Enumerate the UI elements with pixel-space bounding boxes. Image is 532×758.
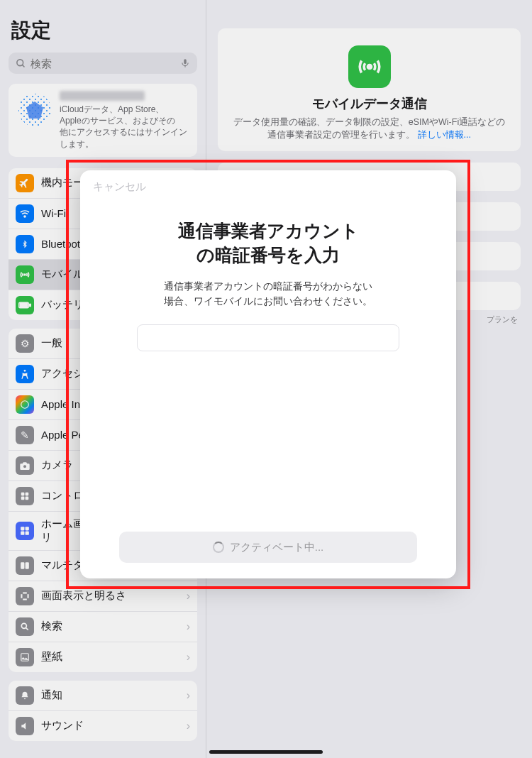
svg-line-27 [26, 628, 28, 630]
cancel-button[interactable]: キャンセル [93, 180, 146, 192]
svg-rect-19 [26, 531, 29, 534]
svg-rect-2 [184, 59, 187, 64]
carrier-pin-modal: キャンセル 通信事業者アカウント の暗証番号を入力 通信事業者アカウントの暗証番… [80, 170, 456, 578]
sidebar-item-wallpaper[interactable]: 壁紙 › [9, 642, 197, 672]
sidebar-item-label: 画面表示と明るさ [41, 589, 126, 603]
apple-id-card[interactable]: iCloudデータ、App Store、 Appleのサービス、およびその 他に… [9, 84, 197, 157]
camera-icon [16, 456, 34, 475]
svg-line-1 [22, 65, 24, 67]
svg-rect-18 [21, 531, 24, 534]
bell-icon [16, 686, 34, 705]
sidebar-item-label: Wi-Fi [41, 207, 66, 219]
cellular-hero-card: モバイルデータ通信 データ使用量の確認、データ制限の設定、eSIMやWi-Fi通… [218, 28, 521, 151]
apple-id-text: iCloudデータ、App Store、 Appleのサービス、およびその 他に… [60, 91, 187, 150]
svg-point-26 [21, 623, 26, 628]
sidebar-item-search[interactable]: 検索 › [9, 612, 197, 642]
sidebar-item-label: Bluetooth [41, 238, 86, 250]
apple-id-name-blurred [60, 91, 145, 101]
airplane-icon [16, 174, 34, 192]
svg-point-4 [24, 216, 26, 217]
antenna-icon [16, 265, 34, 284]
sound-icon [16, 717, 34, 735]
sidebar-item-sound[interactable]: サウンド › [9, 711, 197, 741]
svg-rect-17 [26, 527, 29, 530]
svg-rect-15 [26, 496, 29, 500]
control-center-icon [16, 487, 34, 505]
svg-rect-7 [29, 304, 31, 306]
spinner-icon [213, 542, 224, 553]
svg-rect-21 [26, 562, 29, 568]
sidebar-item-label: 検索 [41, 620, 62, 633]
sidebar-item-label: 一般 [41, 336, 62, 350]
more-info-link[interactable]: 詳しい情報... [418, 130, 471, 140]
chevron-right-icon: › [187, 651, 190, 664]
mic-icon[interactable] [180, 57, 190, 70]
svg-rect-13 [26, 493, 29, 496]
svg-rect-20 [21, 562, 24, 568]
svg-point-5 [24, 274, 26, 275]
svg-rect-8 [20, 304, 28, 307]
accessibility-icon [16, 365, 34, 383]
multitask-icon [16, 556, 34, 575]
battery-icon [16, 296, 34, 314]
search-input-wrap[interactable] [9, 53, 197, 74]
svg-rect-14 [21, 496, 25, 500]
chevron-right-icon: › [187, 720, 190, 732]
home-grid-icon [16, 522, 34, 540]
ai-icon [16, 395, 34, 414]
modal-subtitle: 通信事業者アカウントの暗証番号がわからない 場合、ワイモバイルにお問い合わせくだ… [93, 279, 443, 309]
svg-point-9 [24, 370, 26, 372]
svg-point-10 [21, 401, 29, 409]
menu-group-notifications: 通知 › サウンド › [9, 681, 197, 741]
svg-rect-16 [21, 527, 24, 530]
gear-icon: ⚙ [16, 334, 34, 353]
search-icon [16, 58, 26, 69]
svg-rect-22 [23, 592, 27, 593]
activate-button-label: アクティベート中... [230, 541, 324, 554]
svg-rect-25 [23, 598, 27, 600]
svg-rect-12 [21, 493, 25, 496]
svg-point-11 [23, 465, 26, 468]
svg-rect-23 [21, 594, 22, 598]
page-title: 設定 [6, 6, 200, 50]
svg-rect-24 [28, 594, 29, 598]
wallpaper-icon [16, 648, 34, 666]
svg-point-29 [367, 65, 371, 68]
sidebar-item-display[interactable]: 画面表示と明るさ › [9, 581, 197, 612]
wifi-icon [16, 204, 34, 223]
bluetooth-icon [16, 235, 34, 253]
pencil-icon: ✎ [16, 426, 34, 444]
apple-id-avatar-icon [16, 91, 54, 129]
chevron-right-icon: › [187, 689, 190, 702]
display-icon [16, 587, 34, 605]
detail-title: モバイルデータ通信 [229, 95, 509, 112]
detail-subtitle: データ使用量の確認、データ制限の設定、eSIMやWi-Fi通話などの通信事業者設… [229, 116, 509, 141]
chevron-right-icon: › [187, 590, 190, 603]
search-input[interactable] [31, 57, 180, 70]
sidebar-item-label: サウンド [41, 719, 84, 732]
home-indicator[interactable] [209, 750, 323, 754]
cellular-hero-icon [348, 45, 391, 88]
modal-title: 通信事業者アカウント の暗証番号を入力 [93, 219, 443, 268]
sidebar-item-label: 通知 [41, 688, 62, 702]
chevron-right-icon: › [187, 620, 190, 633]
carrier-pin-input[interactable] [137, 324, 399, 351]
svg-point-0 [17, 59, 23, 65]
sidebar-item-label: 壁紙 [41, 650, 62, 664]
sidebar-item-label: カメラ [41, 458, 73, 472]
activate-button[interactable]: アクティベート中... [119, 532, 417, 563]
sidebar-item-notifications[interactable]: 通知 › [9, 681, 197, 711]
search-settings-icon [16, 617, 34, 636]
